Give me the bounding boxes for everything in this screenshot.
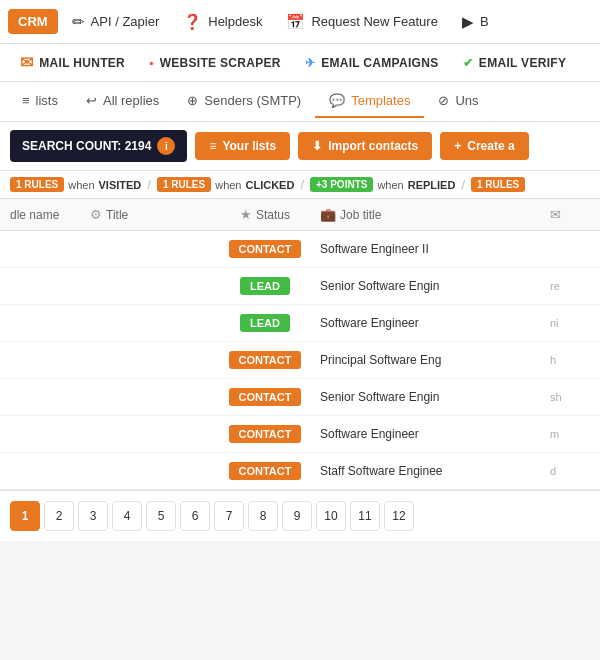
crm-badge[interactable]: CRM xyxy=(8,9,58,34)
tab-lists[interactable]: ≡ lists xyxy=(8,85,72,118)
request-feature-label: Request New Feature xyxy=(311,14,437,29)
row-extra: re xyxy=(550,280,590,292)
th-jobtitle-icon: 💼 xyxy=(320,207,336,222)
b-nav-item[interactable]: ▶ B xyxy=(452,7,499,37)
tab-uns-label: Uns xyxy=(455,93,478,108)
rule-item-clicked: 1 RULES when CLICKED xyxy=(157,177,294,192)
import-contacts-label: Import contacts xyxy=(328,139,418,153)
th-title[interactable]: ⚙ Title xyxy=(90,207,210,222)
b-label: B xyxy=(480,14,489,29)
pagination: 123456789101112 xyxy=(0,490,600,541)
table-row[interactable]: CONTACT Software Engineer II xyxy=(0,231,600,268)
rule-badge-visited[interactable]: 1 RULES xyxy=(10,177,64,192)
rule-text-clicked: when xyxy=(215,179,241,191)
page-button-11[interactable]: 11 xyxy=(350,501,380,531)
tab-all-replies-label: All replies xyxy=(103,93,159,108)
page-button-2[interactable]: 2 xyxy=(44,501,74,531)
row-jobtitle: Software Engineer II xyxy=(320,242,550,256)
table-row[interactable]: CONTACT Senior Software Engin sh xyxy=(0,379,600,416)
page-button-1[interactable]: 1 xyxy=(10,501,40,531)
mail-hunter-icon: ✉ xyxy=(20,53,33,72)
table-row[interactable]: LEAD Senior Software Engin re xyxy=(0,268,600,305)
status-badge: CONTACT xyxy=(229,425,302,443)
status-badge: LEAD xyxy=(240,314,290,332)
table-row[interactable]: LEAD Software Engineer ni xyxy=(0,305,600,342)
email-campaigns-label: EMAIL CAMPAIGNS xyxy=(321,56,438,70)
api-zapier-nav-item[interactable]: ✏ API / Zapier xyxy=(62,7,170,37)
tab-senders-smtp[interactable]: ⊕ Senders (SMTP) xyxy=(173,85,315,118)
th-email: ✉ xyxy=(550,207,590,222)
website-scraper-icon: ▪ xyxy=(149,56,154,70)
help-icon: ❓ xyxy=(183,13,202,31)
page-button-6[interactable]: 6 xyxy=(180,501,210,531)
website-scraper-nav-item[interactable]: ▪ WEBSITE SCRAPER xyxy=(137,50,293,76)
page-button-3[interactable]: 3 xyxy=(78,501,108,531)
templates-icon: 💬 xyxy=(329,93,345,108)
search-count-badge: SEARCH COUNT: 2194 i xyxy=(10,130,187,162)
row-status: CONTACT xyxy=(210,425,320,443)
rule-divider-3: / xyxy=(461,177,465,192)
tabs-navigation: ≡ lists ↩ All replies ⊕ Senders (SMTP) 💬… xyxy=(0,82,600,122)
your-lists-label: Your lists xyxy=(222,139,276,153)
status-badge: CONTACT xyxy=(229,240,302,258)
top-navigation: CRM ✏ API / Zapier ❓ Helpdesk 📅 Request … xyxy=(0,0,600,44)
status-badge: CONTACT xyxy=(229,462,302,480)
th-status[interactable]: ★ Status xyxy=(210,207,320,222)
import-contacts-button[interactable]: ⬇ Import contacts xyxy=(298,132,432,160)
tab-all-replies[interactable]: ↩ All replies xyxy=(72,85,173,118)
page-button-8[interactable]: 8 xyxy=(248,501,278,531)
page-button-12[interactable]: 12 xyxy=(384,501,414,531)
play-icon: ▶ xyxy=(462,13,474,31)
lists-icon: ≡ xyxy=(22,93,30,108)
page-button-4[interactable]: 4 xyxy=(112,501,142,531)
list-icon: ≡ xyxy=(209,139,216,153)
page-button-9[interactable]: 9 xyxy=(282,501,312,531)
email-campaigns-nav-item[interactable]: ✈ EMAIL CAMPAIGNS xyxy=(293,50,451,76)
row-status: CONTACT xyxy=(210,388,320,406)
th-handle: dle name xyxy=(10,208,90,222)
row-extra: sh xyxy=(550,391,590,403)
tab-templates[interactable]: 💬 Templates xyxy=(315,85,424,118)
th-title-icon: ⚙ xyxy=(90,207,102,222)
row-status: CONTACT xyxy=(210,462,320,480)
tab-lists-label: lists xyxy=(36,93,58,108)
th-status-label: Status xyxy=(256,208,290,222)
tab-templates-label: Templates xyxy=(351,93,410,108)
request-feature-nav-item[interactable]: 📅 Request New Feature xyxy=(276,7,447,37)
page-button-10[interactable]: 10 xyxy=(316,501,346,531)
email-verify-nav-item[interactable]: ✔ EMAIL VERIFY xyxy=(451,50,579,76)
status-badge: CONTACT xyxy=(229,351,302,369)
rules-bar: 1 RULES when VISITED / 1 RULES when CLIC… xyxy=(0,171,600,199)
rule-text-visited: when xyxy=(68,179,94,191)
calendar-icon: 📅 xyxy=(286,13,305,31)
mail-hunter-label: MAIL HUNTER xyxy=(39,56,125,70)
uns-icon: ⊘ xyxy=(438,93,449,108)
table-row[interactable]: CONTACT Software Engineer m xyxy=(0,416,600,453)
rule-badge-replied[interactable]: +3 POINTS xyxy=(310,177,373,192)
second-navigation: ✉ MAIL HUNTER ▪ WEBSITE SCRAPER ✈ EMAIL … xyxy=(0,44,600,82)
row-status: CONTACT xyxy=(210,240,320,258)
row-extra: m xyxy=(550,428,590,440)
table-row[interactable]: CONTACT Principal Software Eng h xyxy=(0,342,600,379)
rule-badge-clicked[interactable]: 1 RULES xyxy=(157,177,211,192)
row-extra: ni xyxy=(550,317,590,329)
th-jobtitle[interactable]: 💼 Job title xyxy=(320,207,550,222)
row-jobtitle: Senior Software Engin xyxy=(320,390,550,404)
row-jobtitle: Software Engineer xyxy=(320,316,550,330)
table-row[interactable]: CONTACT Staff Software Enginee d xyxy=(0,453,600,490)
row-status: CONTACT xyxy=(210,351,320,369)
create-button[interactable]: + Create a xyxy=(440,132,528,160)
row-jobtitle: Senior Software Engin xyxy=(320,279,550,293)
tab-uns[interactable]: ⊘ Uns xyxy=(424,85,492,118)
th-title-label: Title xyxy=(106,208,128,222)
email-campaigns-icon: ✈ xyxy=(305,56,315,70)
helpdesk-label: Helpdesk xyxy=(208,14,262,29)
row-status: LEAD xyxy=(210,277,320,295)
tab-senders-smtp-label: Senders (SMTP) xyxy=(204,93,301,108)
helpdesk-nav-item[interactable]: ❓ Helpdesk xyxy=(173,7,272,37)
mail-hunter-nav-item[interactable]: ✉ MAIL HUNTER xyxy=(8,47,137,78)
page-button-7[interactable]: 7 xyxy=(214,501,244,531)
page-button-5[interactable]: 5 xyxy=(146,501,176,531)
your-lists-button[interactable]: ≡ Your lists xyxy=(195,132,290,160)
rule-badge-extra[interactable]: 1 RULES xyxy=(471,177,525,192)
